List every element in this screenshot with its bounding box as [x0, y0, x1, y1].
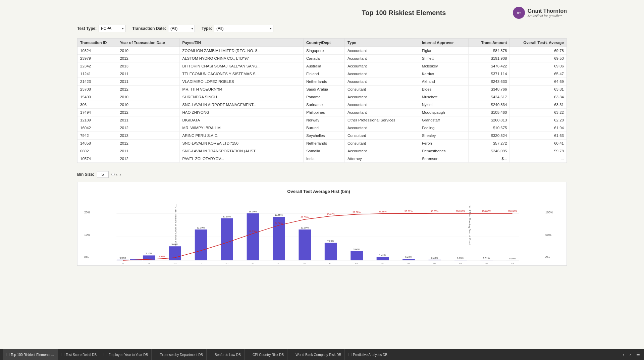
cell-type: Accountant: [345, 124, 419, 132]
test-type-label: Test Type:: [77, 26, 97, 31]
svg-text:70: 70: [485, 262, 488, 264]
svg-rect-45: [454, 260, 467, 260]
svg-rect-36: [377, 257, 389, 260]
table-row[interactable]: 12189 2011 DIGIDATA Norway Other Profess…: [77, 116, 567, 124]
page-title: Top 100 Riskiest Elements: [295, 9, 513, 17]
tab-label: Employee Year to Year DB: [108, 353, 148, 357]
svg-text:35: 35: [303, 262, 306, 264]
cell-type: Attorney: [345, 155, 419, 163]
cell-type: Accountant: [345, 93, 419, 101]
bin-next-button[interactable]: ›: [119, 172, 122, 177]
cell-country: Seychelles: [303, 132, 344, 140]
svg-text:2.10%: 2.10%: [146, 252, 152, 255]
bin-prev-button[interactable]: ‹: [115, 172, 118, 177]
cell-trans-id: 15400: [77, 93, 117, 101]
cell-amount: $260,813: [469, 116, 510, 124]
bin-size-input[interactable]: [97, 171, 109, 178]
tab-5[interactable]: CPI Country Risk DB: [245, 349, 287, 360]
col-header-amount[interactable]: Trans Amount: [469, 39, 510, 47]
cell-country: Singapore: [303, 47, 344, 55]
table-row[interactable]: 10574 2012 PAVEL ZOLOTARYOV... India Att…: [77, 155, 567, 163]
chart-svg: 0.04%02.10%55.68%1012.39%1517.19%2019.10…: [92, 203, 544, 264]
tab-0[interactable]: Top 100 Riskiest Elements ...: [3, 349, 58, 360]
tab-2[interactable]: Employee Year to Year DB: [100, 349, 152, 360]
cell-payee: SNC-LAVALIN AIRPORT MANAGEMENT...: [179, 101, 303, 109]
cell-country: Finland: [303, 70, 344, 78]
cell-amount: $10,675: [469, 124, 510, 132]
cell-approver: Muschett: [419, 93, 469, 101]
table-row[interactable]: 14858 2012 SNC-LAVALIN KOREA LTD.*150 Ne…: [77, 140, 567, 147]
cell-trans-id: 306: [77, 101, 117, 109]
cell-avg: 61.63: [510, 132, 567, 140]
col-header-approver[interactable]: Internal Approver: [419, 39, 469, 47]
cell-amount: $191,908: [469, 55, 510, 62]
table-row[interactable]: 15400 2010 SURENDRA SINGH Panama Account…: [77, 93, 567, 101]
table-row[interactable]: 7942 2013 ARINC PERU S.A.C. Seychelles C…: [77, 132, 567, 140]
cell-payee: HAO ZHIYONG: [179, 109, 303, 116]
tab-scroll-right-button[interactable]: ›: [628, 352, 632, 357]
transaction-date-select-wrapper[interactable]: (All) 2010 2011 2012 2013: [168, 25, 195, 32]
cell-year: 2012: [117, 109, 179, 116]
tab-4[interactable]: Benfords Law DB: [207, 349, 245, 360]
logo-text: Grant Thornton An instinct for growth™: [528, 8, 567, 18]
type-select-wrapper[interactable]: (All) Accountant Consultant Attorney Oth…: [214, 25, 273, 32]
cell-approver: Figlar: [419, 47, 469, 55]
tab-6[interactable]: World Bank Company Risk DB: [287, 349, 345, 360]
tab-3[interactable]: Expenses by Department DB: [152, 349, 207, 360]
tab-7[interactable]: Predictive Analytics DB: [345, 349, 391, 360]
cell-year: 2010: [117, 93, 179, 101]
svg-text:15: 15: [199, 262, 202, 264]
svg-text:19.10%: 19.10%: [249, 210, 257, 213]
cell-trans-id: 14858: [77, 140, 117, 147]
cell-avg: 61.94: [510, 124, 567, 132]
transaction-date-label: Transaction Date:: [132, 26, 166, 31]
table-row[interactable]: 6602 2011 SNC-LAVALIN TRANSPORTATION (AU…: [77, 147, 567, 155]
table-row[interactable]: 306 2010 SNC-LAVALIN AIRPORT MANAGEMENT.…: [77, 101, 567, 109]
table-row[interactable]: 16042 2012 MR. WIMPY IBRAHIM Burundi Acc…: [77, 124, 567, 132]
table-row[interactable]: 11241 2011 TELECOMUNICACIONES Y SISTEMAS…: [77, 70, 567, 78]
cell-approver: Mcleskey: [419, 62, 469, 70]
cell-trans-id: 22342: [77, 62, 117, 70]
svg-text:40: 40: [329, 262, 332, 264]
table-row[interactable]: 22342 2013 BITTOHIN CHASI SOMAJ KALLYAN …: [77, 62, 567, 70]
bin-radio[interactable]: [111, 173, 115, 176]
cell-avg: 62.28: [510, 116, 567, 124]
cell-year: 2011: [117, 70, 179, 78]
cell-amount: $246,095: [469, 147, 510, 155]
table-row[interactable]: 21423 2011 VLADIMIRO LOPEZ ROBLES Nether…: [77, 78, 567, 86]
bin-controls: ‹ ›: [111, 172, 122, 177]
type-select[interactable]: (All) Accountant Consultant Attorney Oth…: [214, 25, 273, 32]
y-left-10: 10%: [84, 233, 90, 237]
tab-right-controls: ‹ › ☰: [622, 352, 641, 357]
logo-icon: GT: [513, 7, 525, 19]
tab-icon: [6, 353, 9, 356]
tab-icon: [210, 353, 213, 356]
tab-scroll-left-button[interactable]: ‹: [622, 352, 626, 357]
table-row[interactable]: 17494 2012 HAO ZHIYONG Philippines Accou…: [77, 109, 567, 116]
col-header-avg[interactable]: Overall Test⇅ Average: [510, 39, 567, 47]
filter-bar: Test Type: FCPA All Transaction Date: (A…: [77, 22, 567, 35]
table-row[interactable]: 23979 2012 ALSTOM HYDRO CHINA CO., LTD*9…: [77, 55, 567, 62]
svg-text:99.81%: 99.81%: [405, 210, 413, 212]
tab-icon: [155, 353, 158, 356]
test-type-select-wrapper[interactable]: FCPA All: [99, 25, 125, 32]
cell-year: 2011: [117, 147, 179, 155]
transaction-date-filter: Transaction Date: (All) 2010 2011 2012 2…: [132, 25, 195, 32]
col-header-type[interactable]: Type: [345, 39, 419, 47]
transaction-date-select[interactable]: (All) 2010 2011 2012 2013: [168, 25, 195, 32]
col-header-payee[interactable]: Payee/EIN: [179, 39, 303, 47]
col-header-country[interactable]: Country/Dept: [303, 39, 344, 47]
cell-approver: Kardux: [419, 70, 469, 78]
table-row[interactable]: 10324 2010 ZOOMLION ZAMBIA LIMITED (REG.…: [77, 47, 567, 55]
table-row[interactable]: 23708 2012 MR. TITH VOEURN*94 Saudi Arab…: [77, 86, 567, 93]
cell-amount: $57,272: [469, 140, 510, 147]
col-header-year[interactable]: Year of Transaction Date: [117, 39, 179, 47]
test-type-select[interactable]: FCPA All: [99, 25, 125, 32]
cell-type: Accountant: [345, 47, 419, 55]
tab-1[interactable]: Test Score Detail DB: [58, 349, 100, 360]
cell-type: Consultant: [345, 140, 419, 147]
svg-text:97.98%: 97.98%: [353, 211, 361, 213]
col-header-trans-id[interactable]: Transaction ID: [77, 39, 117, 47]
cell-country: Australia: [303, 62, 344, 70]
tab-menu-button[interactable]: ☰: [635, 352, 641, 357]
